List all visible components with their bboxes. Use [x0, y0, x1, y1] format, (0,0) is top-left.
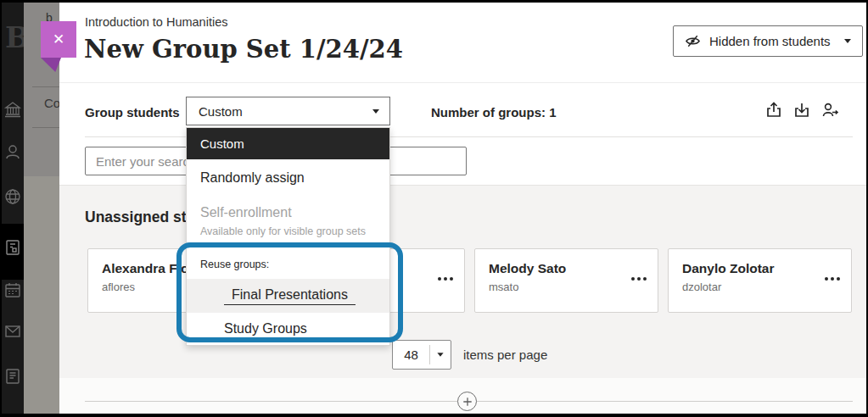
items-per-page-select[interactable]: 48 [392, 340, 451, 370]
group-toolbar [764, 101, 839, 120]
visibility-dropdown-button[interactable]: Hidden from students [673, 25, 863, 57]
underlay-divider [32, 86, 59, 87]
blackboard-logo: B [5, 20, 24, 54]
chevron-down-icon [437, 353, 443, 357]
page-title: New Group Set 1/24/24 [84, 35, 403, 64]
student-username: dzolotar [682, 281, 817, 293]
self-enrollment-label: Self-enrollment [200, 205, 376, 220]
chevron-down-icon [372, 109, 379, 114]
underlay-divider [32, 127, 59, 128]
student-username: msato [489, 281, 624, 293]
add-group-button[interactable] [457, 392, 477, 411]
globe-icon[interactable] [3, 187, 22, 206]
student-name: Melody Sato [489, 261, 624, 276]
group-by-selected-value: Custom [199, 104, 372, 119]
chevron-down-icon [844, 39, 851, 43]
activity-icon[interactable] [3, 367, 22, 386]
menu-item-final-presentations[interactable]: Final Presentations [187, 279, 389, 313]
card-menu-button[interactable] [438, 277, 453, 281]
group-by-menu: Custom Randomly assign Self-enrollment A… [186, 127, 390, 346]
close-icon: ✕ [53, 31, 64, 48]
student-name: Danylo Zolotar [682, 261, 817, 276]
export-icon[interactable] [764, 101, 783, 120]
card-menu-button[interactable] [825, 277, 840, 281]
self-enrollment-note: Available only for visible group sets [200, 225, 376, 238]
visibility-label: Hidden from students [709, 34, 831, 48]
unassigned-students-section: Unassigned students Alexandra Flores afl… [59, 185, 868, 378]
study-groups-label: Study Groups [224, 321, 307, 336]
app-sidebar: B [0, 0, 24, 417]
footer-strip [59, 378, 868, 414]
items-per-page-value: 48 [393, 348, 429, 362]
import-icon[interactable] [792, 101, 811, 120]
breadcrumb-course: Introduction to Humanities [85, 15, 227, 29]
student-card: Melody Sato msato [474, 248, 658, 313]
dimmed-page-lower [24, 176, 59, 417]
header-divider [59, 82, 868, 83]
reuse-groups-label: Reuse groups: [187, 245, 389, 270]
student-card: Danylo Zolotar dzolotar [668, 248, 852, 313]
close-panel-button[interactable]: ✕ [41, 21, 76, 58]
plus-icon [462, 397, 473, 407]
menu-item-custom[interactable]: Custom [187, 128, 389, 159]
items-per-page-label: items per page [463, 348, 547, 362]
menu-item-study-groups[interactable]: Study Groups [187, 313, 389, 345]
calendar-icon[interactable] [3, 281, 22, 299]
messages-icon[interactable] [3, 322, 22, 341]
unassign-all-icon[interactable] [820, 101, 839, 120]
number-of-groups-label: Number of groups: 1 [431, 105, 557, 120]
group-set-screen: B b Co ✕ I [0, 0, 868, 417]
eye-slash-icon [685, 33, 701, 49]
final-presentations-label: Final Presentations [224, 287, 356, 305]
underlay-courses-fragment: Co [44, 96, 59, 110]
menu-item-self-enrollment: Self-enrollment Available only for visib… [187, 197, 389, 245]
institution-icon[interactable] [3, 100, 22, 119]
profile-icon[interactable] [3, 142, 22, 161]
gradebook-icon[interactable] [3, 238, 22, 257]
group-students-label: Group students [85, 105, 180, 120]
card-menu-button[interactable] [631, 277, 647, 281]
group-by-select[interactable]: Custom [186, 97, 390, 125]
menu-item-randomly-assign[interactable]: Randomly assign [187, 159, 389, 197]
